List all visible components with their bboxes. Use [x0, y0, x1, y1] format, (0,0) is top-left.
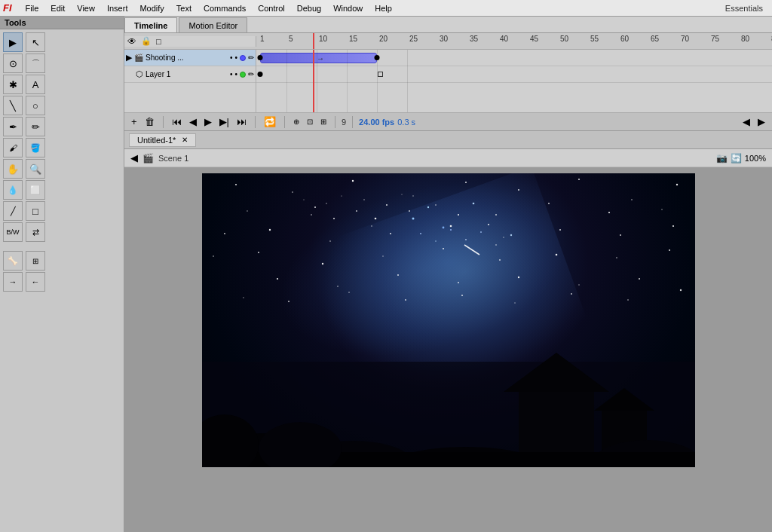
prev-frame-btn[interactable]: ◀: [187, 115, 199, 128]
doc-tab[interactable]: Untitled-1* ✕: [129, 133, 196, 147]
lock-icon: 🔒: [141, 36, 152, 46]
delete-layer-btn[interactable]: 🗑: [142, 115, 157, 128]
app-logo: Fl: [3, 2, 12, 14]
last-frame-btn[interactable]: ⏭: [234, 115, 249, 128]
tool-stroke-color[interactable]: ╱: [3, 201, 23, 221]
layer-shooting-icon: 🎬: [134, 54, 143, 62]
tab-motion-editor[interactable]: Motion Editor: [179, 17, 247, 32]
layer1-pencil-icon: ✏: [248, 70, 254, 78]
tool-bind-skin[interactable]: ⊞: [26, 251, 45, 271]
scene-nav: ◀ 🎬 Scene 1 📷 🔄 100%: [124, 149, 772, 167]
ruler-mark-1: 1: [260, 35, 265, 43]
menu-file[interactable]: File: [20, 2, 45, 14]
silhouette-svg: [202, 173, 695, 467]
tool-line[interactable]: ╲: [3, 96, 23, 115]
menu-debug[interactable]: Debug: [291, 2, 327, 14]
menu-edit[interactable]: Edit: [44, 2, 71, 14]
play-btn[interactable]: ▶: [202, 115, 214, 128]
rotate-icon: 🔄: [731, 153, 742, 164]
snap-btn[interactable]: ⊞: [318, 117, 329, 127]
workspace-label: Essentials: [725, 4, 769, 13]
add-layer-btn[interactable]: +: [129, 115, 139, 128]
doc-tab-close[interactable]: ✕: [182, 136, 188, 144]
layer-lock-btn[interactable]: •: [234, 54, 237, 62]
time-display: 0.3 s: [397, 118, 415, 127]
tool-swap-colors[interactable]: ⇄: [26, 222, 45, 242]
timeline-area: 👁 🔒 □ 1 5 10 15 20 25 30 35 40 45 50: [124, 33, 772, 131]
ruler-mark-75: 75: [711, 35, 719, 43]
tool-lasso[interactable]: ⊙: [3, 54, 23, 73]
layer-motion-icon: ▶: [126, 53, 132, 63]
menu-text[interactable]: Text: [170, 2, 198, 14]
ruler-mark-50: 50: [560, 35, 568, 43]
layer-shooting-name: Shooting ...: [146, 54, 228, 62]
outline-icon: □: [156, 37, 161, 46]
tool-brush[interactable]: 🖌: [3, 138, 23, 157]
tool-oval[interactable]: ○: [26, 96, 45, 115]
tool-eraser[interactable]: ⬜: [26, 180, 45, 200]
right-panel: Timeline Motion Editor 👁 🔒 □ 1 5 10 15 2…: [124, 17, 772, 532]
ctrl-sep-1: [163, 116, 164, 128]
scroll-left-btn[interactable]: ◀: [740, 115, 752, 128]
ruler-mark-55: 55: [590, 35, 599, 43]
zoom-controls: 📷 🔄 100%: [716, 153, 766, 164]
tool-free-transform[interactable]: ✱: [3, 75, 23, 94]
menu-control[interactable]: Control: [252, 2, 290, 14]
camera-icon: 📷: [716, 153, 728, 164]
next-frame-btn[interactable]: ▶|: [217, 115, 231, 128]
menu-bar: Fl File Edit View Insert Modify Text Com…: [0, 0, 772, 17]
tool-paint-bucket[interactable]: 🪣: [26, 138, 45, 157]
tool-arrow-l[interactable]: ←: [26, 272, 45, 292]
menu-insert[interactable]: Insert: [101, 2, 134, 14]
layer-shooting[interactable]: ▶ 🎬 Shooting ... • • ✏: [124, 50, 256, 66]
tool-text[interactable]: A: [26, 75, 45, 94]
timeline-tabs: Timeline Motion Editor: [124, 17, 772, 33]
layer1-lock-btn[interactable]: •: [234, 70, 237, 78]
layer-1[interactable]: ⬡ Layer 1 • • ✏: [124, 66, 256, 83]
layer-1-name: Layer 1: [146, 70, 228, 78]
ruler-mark-65: 65: [651, 35, 659, 43]
tool-pencil[interactable]: ✏: [26, 117, 45, 136]
timeline-ruler: 👁 🔒 □ 1 5 10 15 20 25 30 35 40 45 50: [124, 33, 772, 50]
loop-btn[interactable]: 🔁: [262, 115, 278, 128]
fps-display: 24.00 fps: [359, 118, 394, 127]
menu-window[interactable]: Window: [327, 2, 369, 14]
tool-zoom[interactable]: 🔍: [26, 159, 45, 179]
tool-poly-lasso[interactable]: ⌒: [26, 54, 45, 73]
keyframe-1-shooting: [258, 55, 263, 60]
menu-help[interactable]: Help: [369, 2, 398, 14]
keyframe-20-shooting: [375, 55, 380, 60]
tools-grid-2: 🦴 ⊞ → ←: [0, 248, 124, 295]
menu-commands[interactable]: Commands: [198, 2, 252, 14]
menu-view[interactable]: View: [71, 2, 101, 14]
layer-pencil-icon: ✏: [248, 54, 254, 62]
layer-1-icon: ⬡: [136, 69, 143, 79]
menu-modify[interactable]: Modify: [133, 2, 170, 14]
layer1-vis-btn[interactable]: •: [230, 70, 233, 78]
tool-pen[interactable]: ✒: [3, 117, 23, 136]
layer-vis-btn[interactable]: •: [230, 54, 233, 62]
tools-grid: ▶ ↖ ⊙ ⌒ ✱ A ╲ ○ ✒ ✏ 🖌 🪣 ✋ 🔍 💧 ⬜ ╱ □ B/W …: [0, 29, 124, 245]
fit-btn[interactable]: ⊡: [305, 117, 315, 127]
layer-list: ▶ 🎬 Shooting ... • • ✏ ⬡ Layer 1 •: [124, 50, 256, 112]
layers-container: ▶ 🎬 Shooting ... • • ✏ ⬡ Layer 1 •: [124, 50, 772, 112]
canvas-view: [124, 167, 772, 532]
first-frame-btn[interactable]: ⏮: [170, 115, 184, 128]
end-frame-layer1: [378, 72, 383, 77]
tools-header: Tools: [0, 17, 124, 29]
tool-black-white[interactable]: B/W: [3, 222, 23, 242]
tool-fill-color[interactable]: □: [26, 201, 45, 221]
tool-hand[interactable]: ✋: [3, 159, 23, 179]
tool-bone[interactable]: 🦴: [3, 251, 23, 271]
tool-subselect[interactable]: ↖: [26, 32, 45, 52]
tool-select[interactable]: ▶: [3, 32, 23, 52]
edit-symbols-btn[interactable]: ⊕: [291, 117, 302, 127]
scroll-right-btn[interactable]: ▶: [755, 115, 767, 128]
layer-shooting-color: [240, 55, 246, 61]
timeline-controls: + 🗑 ⏮ ◀ ▶ ▶| ⏭ 🔁 ⊕ ⊡ ⊞ 9 24.00 fps: [124, 112, 772, 130]
tool-eyedropper[interactable]: 💧: [3, 180, 23, 200]
scene-nav-back[interactable]: ◀: [130, 152, 138, 164]
tab-timeline[interactable]: Timeline: [124, 17, 177, 32]
ruler-mark-40: 40: [500, 35, 508, 43]
tool-arrow-r[interactable]: →: [3, 272, 23, 292]
